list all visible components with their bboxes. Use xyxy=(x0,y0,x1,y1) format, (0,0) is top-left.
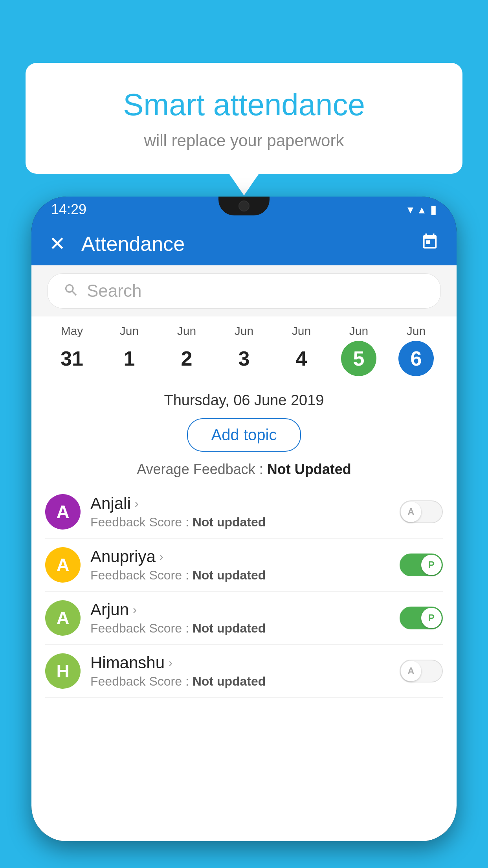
student-info-1: Anjali › Feedback Score : Not updated xyxy=(90,494,390,530)
cal-date: 6 xyxy=(398,341,434,376)
calendar-day-6[interactable]: Jun 5 xyxy=(330,324,387,376)
app-bar-title: Attendance xyxy=(81,232,421,256)
bubble-subtitle: will replace your paperwork xyxy=(57,131,431,150)
app-bar: ✕ Attendance xyxy=(31,222,457,265)
student-name-2: Anupriya xyxy=(90,547,156,566)
close-button[interactable]: ✕ xyxy=(49,232,66,255)
calendar-strip: May 31 Jun 1 Jun 2 Jun 3 Jun 4 Jun 5 Jun… xyxy=(31,316,457,384)
search-icon xyxy=(63,282,79,300)
student-avatar-2: A xyxy=(45,547,81,583)
student-info-3: Arjun › Feedback Score : Not updated xyxy=(90,600,390,636)
search-input[interactable]: Search xyxy=(87,281,141,301)
student-feedback-2: Feedback Score : Not updated xyxy=(90,568,390,583)
attendance-toggle-2[interactable]: P xyxy=(400,554,443,576)
phone: 14:29 ▾ ▴ ▮ ✕ Attendance xyxy=(31,197,457,841)
cal-date: 31 xyxy=(54,341,90,376)
student-feedback-3: Feedback Score : Not updated xyxy=(90,621,390,636)
status-time: 14:29 xyxy=(51,201,86,218)
student-feedback-1: Feedback Score : Not updated xyxy=(90,515,390,530)
cal-date: 1 xyxy=(112,341,147,376)
toggle-knob-1: A xyxy=(401,502,421,522)
bubble-title: Smart attendance xyxy=(57,86,431,123)
student-feedback-4: Feedback Score : Not updated xyxy=(90,674,390,689)
student-avatar-3: A xyxy=(45,600,81,636)
chevron-icon-4: › xyxy=(169,656,172,669)
cal-date: 2 xyxy=(169,341,204,376)
avg-feedback-value: Not Updated xyxy=(267,461,351,477)
student-list: A Anjali › Feedback Score : Not updated … xyxy=(31,485,457,698)
toggle-knob-3: P xyxy=(421,608,442,628)
cal-month: Jun xyxy=(330,324,387,338)
cal-date: 4 xyxy=(284,341,319,376)
student-name-3: Arjun xyxy=(90,600,129,619)
avg-feedback-label: Average Feedback : xyxy=(137,461,263,477)
cal-date: 5 xyxy=(341,341,376,376)
phone-screen: Search May 31 Jun 1 Jun 2 Jun 3 Jun 4 Ju… xyxy=(31,265,457,841)
calendar-day-4[interactable]: Jun 3 xyxy=(215,324,273,376)
student-info-2: Anupriya › Feedback Score : Not updated xyxy=(90,547,390,583)
student-info-4: Himanshu › Feedback Score : Not updated xyxy=(90,653,390,689)
signal-icon: ▴ xyxy=(419,202,425,216)
calendar-day-2[interactable]: Jun 1 xyxy=(101,324,158,376)
phone-notch xyxy=(218,197,270,215)
calendar-day-3[interactable]: Jun 2 xyxy=(158,324,215,376)
calendar-day-1[interactable]: May 31 xyxy=(43,324,101,376)
student-avatar-1: A xyxy=(45,494,81,530)
attendance-toggle-1[interactable]: A xyxy=(400,500,443,523)
cal-month: Jun xyxy=(101,324,158,338)
search-container: Search xyxy=(31,265,457,316)
cal-month: May xyxy=(43,324,101,338)
search-bar[interactable]: Search xyxy=(47,273,441,309)
cal-month: Jun xyxy=(273,324,330,338)
toggle-knob-4: A xyxy=(401,661,421,681)
chevron-icon-1: › xyxy=(135,497,139,510)
toggle-container-2[interactable]: P xyxy=(400,554,443,576)
phone-container: 14:29 ▾ ▴ ▮ ✕ Attendance xyxy=(31,197,457,868)
speech-bubble-container: Smart attendance will replace your paper… xyxy=(26,63,462,174)
battery-icon: ▮ xyxy=(430,202,437,216)
calendar-day-5[interactable]: Jun 4 xyxy=(273,324,330,376)
attendance-toggle-4[interactable]: A xyxy=(400,660,443,682)
selected-date: Thursday, 06 June 2019 xyxy=(31,384,457,413)
add-topic-button[interactable]: Add topic xyxy=(187,418,301,452)
student-item-1[interactable]: A Anjali › Feedback Score : Not updated … xyxy=(45,485,443,539)
toggle-container-3[interactable]: P xyxy=(400,607,443,629)
chevron-icon-3: › xyxy=(133,603,137,616)
cal-month: Jun xyxy=(215,324,273,338)
status-icons: ▾ ▴ ▮ xyxy=(407,202,437,216)
calendar-icon[interactable] xyxy=(421,233,439,255)
toggle-container-1[interactable]: A xyxy=(400,500,443,523)
student-item-4[interactable]: H Himanshu › Feedback Score : Not update… xyxy=(45,645,443,698)
student-item-2[interactable]: A Anupriya › Feedback Score : Not update… xyxy=(45,539,443,592)
student-avatar-4: H xyxy=(45,653,81,689)
attendance-toggle-3[interactable]: P xyxy=(400,607,443,629)
cal-month: Jun xyxy=(158,324,215,338)
student-name-1: Anjali xyxy=(90,494,131,513)
cal-month: Jun xyxy=(387,324,445,338)
chevron-icon-2: › xyxy=(160,550,163,563)
student-name-4: Himanshu xyxy=(90,653,165,672)
cal-date: 3 xyxy=(226,341,262,376)
toggle-container-4[interactable]: A xyxy=(400,660,443,682)
calendar-day-7[interactable]: Jun 6 xyxy=(387,324,445,376)
toggle-knob-2: P xyxy=(421,555,442,575)
notch-camera xyxy=(238,200,250,211)
wifi-icon: ▾ xyxy=(407,202,413,216)
average-feedback: Average Feedback : Not Updated xyxy=(31,457,457,485)
speech-bubble: Smart attendance will replace your paper… xyxy=(26,63,462,174)
student-item-3[interactable]: A Arjun › Feedback Score : Not updated P xyxy=(45,592,443,645)
add-topic-container: Add topic xyxy=(31,418,457,452)
